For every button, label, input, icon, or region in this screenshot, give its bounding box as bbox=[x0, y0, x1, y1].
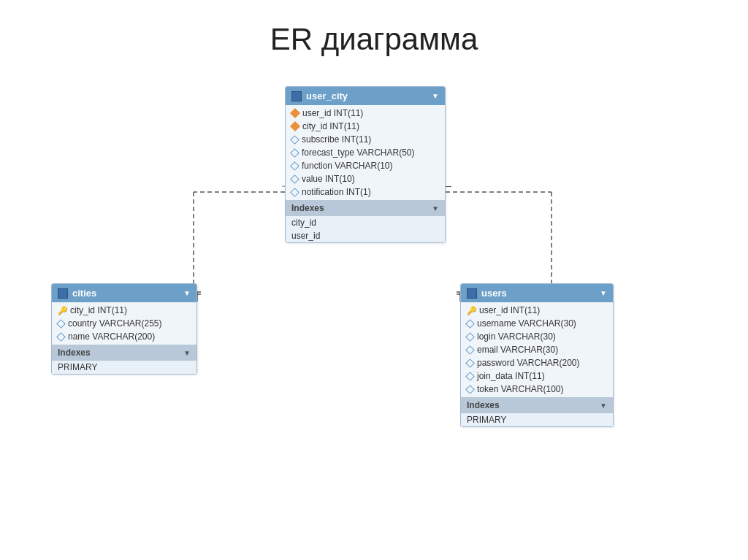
table-users-indexes-header: Indexes ▼ bbox=[461, 397, 613, 413]
table-users-header: users ▼ bbox=[461, 284, 613, 302]
field-text: country VARCHAR(255) bbox=[68, 318, 161, 329]
field-password: password VARCHAR(200) bbox=[461, 356, 613, 369]
key-icon bbox=[290, 121, 300, 131]
field-text: join_data INT(11) bbox=[477, 371, 545, 381]
table-icon bbox=[467, 288, 477, 299]
index-city-id: city_id bbox=[286, 216, 445, 229]
diamond-icon bbox=[465, 345, 475, 355]
field-text: token VARCHAR(100) bbox=[477, 384, 564, 394]
field-token: token VARCHAR(100) bbox=[461, 383, 613, 396]
diamond-icon bbox=[465, 372, 475, 381]
diamond-icon bbox=[290, 161, 299, 171]
diamond-icon bbox=[465, 332, 475, 342]
field-text: name VARCHAR(200) bbox=[68, 331, 155, 342]
field-forecast-type: forecast_type VARCHAR(50) bbox=[286, 146, 445, 159]
field-text: forecast_type VARCHAR(50) bbox=[302, 147, 415, 158]
table-user-city: user_city ▼ user_id INT(11) city_id INT(… bbox=[285, 86, 446, 243]
field-username: username VARCHAR(30) bbox=[461, 317, 613, 330]
diamond-icon bbox=[465, 385, 475, 394]
table-cities-indexes-header: Indexes ▼ bbox=[52, 345, 196, 361]
field-email: email VARCHAR(30) bbox=[461, 343, 613, 356]
key-icon bbox=[290, 108, 300, 118]
table-users-name: users bbox=[481, 288, 507, 299]
field-user-id: 🔑 user_id INT(11) bbox=[461, 304, 613, 317]
diamond-icon bbox=[465, 358, 475, 368]
index-primary: PRIMARY bbox=[52, 361, 196, 374]
table-users: users ▼ 🔑 user_id INT(11) username VARCH… bbox=[460, 283, 614, 427]
diamond-icon bbox=[290, 174, 299, 184]
field-country: country VARCHAR(255) bbox=[52, 317, 196, 330]
field-text: notification INT(1) bbox=[302, 187, 371, 197]
field-login: login VARCHAR(30) bbox=[461, 330, 613, 343]
field-text: email VARCHAR(30) bbox=[477, 345, 558, 355]
table-user-city-header: user_city ▼ bbox=[286, 87, 445, 105]
table-user-city-name: user_city bbox=[306, 91, 348, 101]
field-text: user_id INT(11) bbox=[479, 305, 540, 315]
dropdown-arrow: ▼ bbox=[600, 289, 607, 297]
table-cities-header: cities ▼ bbox=[52, 284, 196, 302]
diamond-icon bbox=[56, 319, 66, 329]
diamond-icon bbox=[56, 332, 66, 342]
field-text: value INT(10) bbox=[302, 174, 355, 184]
table-icon bbox=[58, 288, 68, 299]
field-text: password VARCHAR(200) bbox=[477, 358, 580, 368]
dropdown-arrow: ▼ bbox=[432, 92, 439, 100]
field-text: username VARCHAR(30) bbox=[477, 318, 576, 329]
diamond-icon bbox=[290, 188, 299, 197]
indexes-label: Indexes bbox=[58, 348, 91, 358]
field-user-id: user_id INT(11) bbox=[286, 107, 445, 120]
field-function: function VARCHAR(10) bbox=[286, 159, 445, 172]
field-notification: notification INT(1) bbox=[286, 185, 445, 199]
diamond-icon bbox=[290, 148, 299, 158]
field-text: function VARCHAR(10) bbox=[302, 161, 393, 171]
dropdown-arrow: ▼ bbox=[183, 289, 191, 297]
field-city-id: city_id INT(11) bbox=[286, 120, 445, 133]
page-title: ER диаграмма bbox=[0, 0, 748, 72]
table-cities-name: cities bbox=[72, 288, 96, 299]
indexes-label: Indexes bbox=[291, 203, 324, 213]
key-yellow-icon: 🔑 bbox=[467, 306, 476, 315]
table-users-fields: 🔑 user_id INT(11) username VARCHAR(30) l… bbox=[461, 302, 613, 397]
field-text: login VARCHAR(30) bbox=[477, 331, 556, 342]
dropdown-arrow: ▼ bbox=[432, 204, 439, 212]
index-user-id: user_id bbox=[286, 229, 445, 242]
table-user-city-indexes-header: Indexes ▼ bbox=[286, 200, 445, 216]
index-primary: PRIMARY bbox=[461, 413, 613, 426]
field-name: name VARCHAR(200) bbox=[52, 330, 196, 343]
indexes-label: Indexes bbox=[467, 400, 500, 410]
table-cities-fields: 🔑 city_id INT(11) country VARCHAR(255) n… bbox=[52, 302, 196, 345]
field-value: value INT(10) bbox=[286, 172, 445, 185]
field-text: user_id INT(11) bbox=[302, 108, 363, 118]
diamond-icon bbox=[290, 135, 299, 145]
table-user-city-fields: user_id INT(11) city_id INT(11) subscrib… bbox=[286, 105, 445, 200]
field-text: city_id INT(11) bbox=[70, 305, 127, 315]
table-icon bbox=[291, 91, 302, 101]
field-join-data: join_data INT(11) bbox=[461, 369, 613, 383]
field-subscribe: subscribe INT(11) bbox=[286, 133, 445, 146]
field-text: city_id INT(11) bbox=[302, 121, 359, 131]
diagram-area: ⊣ ⊢ user_city ▼ user_id INT(11) bbox=[0, 72, 748, 553]
diamond-icon bbox=[465, 319, 475, 329]
dropdown-arrow: ▼ bbox=[183, 349, 191, 357]
key-yellow-icon: 🔑 bbox=[58, 306, 66, 315]
field-text: subscribe INT(11) bbox=[302, 134, 371, 145]
field-city-id: 🔑 city_id INT(11) bbox=[52, 304, 196, 317]
table-cities: cities ▼ 🔑 city_id INT(11) country VARCH… bbox=[51, 283, 197, 375]
dropdown-arrow: ▼ bbox=[600, 402, 607, 410]
